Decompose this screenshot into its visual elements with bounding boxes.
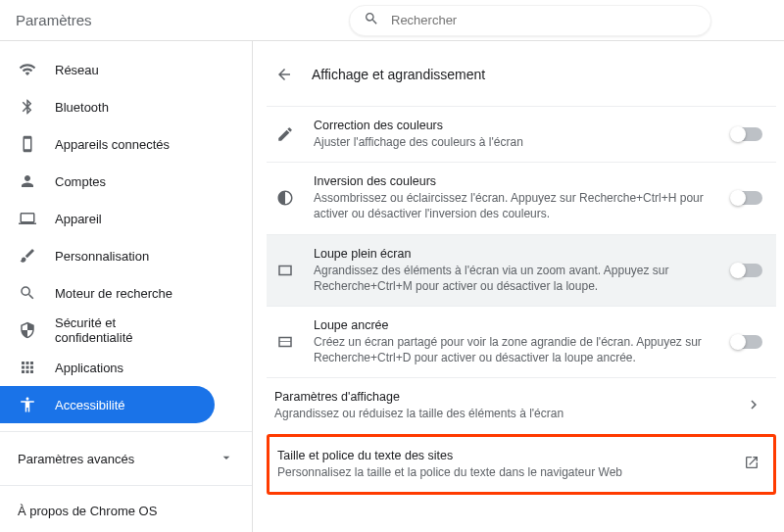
row-title: Inversion des couleurs xyxy=(314,174,719,188)
sidebar-item-label: Personnalisation xyxy=(55,249,149,264)
sidebar-item-security[interactable]: Sécurité et confidentialité xyxy=(0,312,215,349)
wifi-icon xyxy=(18,60,37,79)
toggle-color-correction[interactable] xyxy=(731,127,762,141)
app-header: Paramètres xyxy=(0,0,784,41)
sidebar-item-label: Bluetooth xyxy=(55,100,109,115)
row-title: Correction des couleurs xyxy=(314,119,719,132)
toggle-color-inversion[interactable] xyxy=(731,191,762,205)
main-header: Affichage et agrandissement xyxy=(267,55,776,106)
sidebar-item-search-engine[interactable]: Moteur de recherche xyxy=(0,274,215,312)
divider xyxy=(0,485,252,486)
sidebar-about[interactable]: À propos de Chrome OS xyxy=(0,494,252,528)
sidebar-item-label: Applications xyxy=(55,361,123,375)
accessibility-icon xyxy=(18,395,37,414)
laptop-icon xyxy=(18,209,37,228)
back-button[interactable] xyxy=(270,61,298,88)
toggle-docked-magnifier[interactable] xyxy=(731,335,762,349)
sidebar-item-label: Appareil xyxy=(55,212,102,226)
apps-icon xyxy=(18,358,37,377)
sidebar-item-accounts[interactable]: Comptes xyxy=(0,163,215,200)
page-title: Paramètres xyxy=(16,12,349,28)
person-icon xyxy=(18,171,37,191)
pencil-icon xyxy=(274,123,296,145)
row-title: Loupe ancrée xyxy=(314,318,719,332)
open-external-icon[interactable] xyxy=(744,455,760,473)
sidebar-item-personalization[interactable]: Personnalisation xyxy=(0,237,215,274)
sidebar-advanced[interactable]: Paramètres avancés xyxy=(0,440,252,477)
arrow-left-icon xyxy=(275,66,293,83)
row-subtitle: Personnalisez la taille et la police du … xyxy=(277,464,732,480)
phone-icon xyxy=(18,134,37,154)
setting-docked-magnifier[interactable]: Loupe ancrée Créez un écran partagé pour… xyxy=(267,306,776,377)
docked-icon xyxy=(274,331,296,353)
sidebar-item-network[interactable]: Réseau xyxy=(0,51,215,88)
main-panel: Affichage et agrandissement Correction d… xyxy=(253,41,784,532)
section-title: Affichage et agrandissement xyxy=(312,67,485,82)
sidebar-item-label: Moteur de recherche xyxy=(55,286,172,301)
shield-icon xyxy=(18,320,37,340)
row-subtitle: Agrandissez ou réduisez la taille des él… xyxy=(274,406,733,421)
sidebar-item-label: Appareils connectés xyxy=(55,137,170,152)
row-subtitle: Ajuster l'affichage des couleurs à l'écr… xyxy=(314,134,719,150)
contrast-icon xyxy=(274,187,296,209)
row-title: Paramètres d'affichage xyxy=(274,390,733,404)
brush-icon xyxy=(18,246,37,266)
row-subtitle: Agrandissez des éléments à l'écran via u… xyxy=(314,263,719,294)
setting-color-correction[interactable]: Correction des couleurs Ajuster l'affich… xyxy=(267,106,776,162)
sidebar-item-label: Sécurité et confidentialité xyxy=(55,315,197,345)
sidebar-item-device[interactable]: Appareil xyxy=(0,200,215,237)
search-input[interactable] xyxy=(391,13,697,27)
search-icon xyxy=(18,283,37,303)
about-label: À propos de Chrome OS xyxy=(18,504,157,518)
sidebar-item-label: Réseau xyxy=(55,63,99,77)
sidebar: Réseau Bluetooth Appareils connectés Com… xyxy=(0,41,253,532)
bluetooth-icon xyxy=(18,97,37,117)
sidebar-item-apps[interactable]: Applications xyxy=(0,349,215,386)
sidebar-item-label: Comptes xyxy=(55,174,106,189)
toggle-fullscreen-magnifier[interactable] xyxy=(731,264,762,277)
row-subtitle: Créez un écran partagé pour voir la zone… xyxy=(314,334,719,365)
sidebar-item-label: Accessibilité xyxy=(55,398,125,412)
search-bar[interactable] xyxy=(349,5,711,36)
sidebar-item-bluetooth[interactable]: Bluetooth xyxy=(0,88,215,125)
sidebar-item-accessibility[interactable]: Accessibilité xyxy=(0,386,215,423)
chevron-down-icon xyxy=(219,450,234,468)
fullscreen-icon xyxy=(274,260,296,281)
setting-web-text-size[interactable]: Taille et police du texte des sites Pers… xyxy=(267,434,776,495)
search-icon xyxy=(364,11,379,29)
advanced-label: Paramètres avancés xyxy=(18,452,134,466)
row-title: Loupe plein écran xyxy=(314,247,719,261)
setting-color-inversion[interactable]: Inversion des couleurs Assombrissez ou é… xyxy=(267,162,776,233)
chevron-right-icon xyxy=(745,396,762,416)
setting-display[interactable]: Paramètres d'affichage Agrandissez ou ré… xyxy=(267,377,776,433)
setting-fullscreen-magnifier[interactable]: Loupe plein écran Agrandissez des élémen… xyxy=(267,234,776,306)
row-title: Taille et police du texte des sites xyxy=(277,449,732,462)
row-subtitle: Assombrissez ou éclaircissez l'écran. Ap… xyxy=(314,190,719,221)
divider xyxy=(0,431,252,432)
sidebar-item-connected-devices[interactable]: Appareils connectés xyxy=(0,125,215,163)
